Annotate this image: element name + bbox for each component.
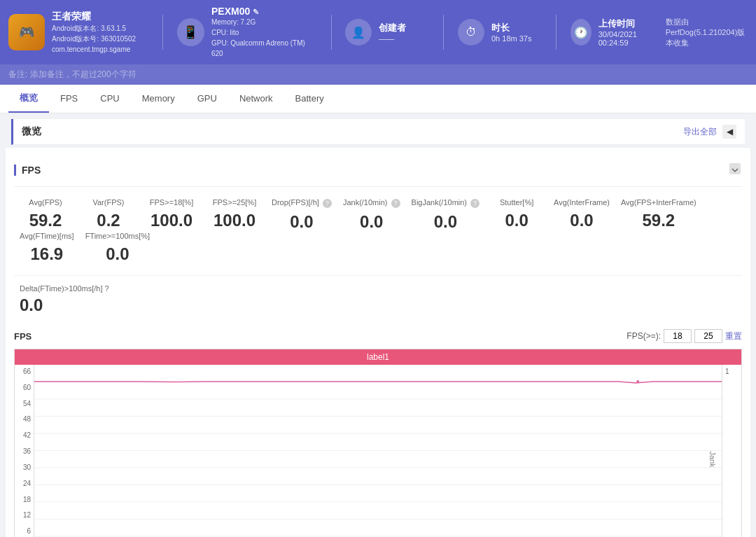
device-section: 📱 PEXM00 ✎ Memory: 7.2G CPU: lito GPU: Q… [177,6,317,59]
fps-title: FPS [14,165,41,176]
collapse-overview-icon[interactable]: ◀ [722,125,736,139]
main-content: 微览 导出全部 ◀ FPS Avg(FPS) 59.2 Var(FPS) 0.2… [0,119,756,537]
annotation-bar: 备注: 添加备注，不超过200个字符 [0,64,756,85]
metric-fps-gte18: FPS>=18[%] 100.0 [140,198,203,230]
upload-time-details: 上传时间 30/04/2021 00:24:59 [598,18,654,47]
metric-avg-ftime-label: Avg(FTime)[ms] [20,232,74,240]
divider-1 [162,15,163,50]
device-cpu: CPU: lito [211,27,317,38]
annotation-placeholder[interactable]: 添加备注，不超过200个字符 [30,69,136,79]
header: 🎮 王者荣耀 Android版本名: 3.63.1.5 Android版本号: … [0,0,756,64]
drop-fps-help-icon[interactable]: ? [323,199,332,208]
jank-help-icon[interactable]: ? [391,199,400,208]
metric-ftime-gte100-label: FTime>=100ms[%] [85,232,150,240]
metric-delta: Delta(FTime)>100ms[/h] ? 0.0 [14,284,742,315]
tab-memory[interactable]: Memory [131,86,186,112]
fps-y-axis-right: 1 0 [722,365,741,537]
fps-section: FPS Avg(FPS) 59.2 Var(FPS) 0.2 FPS>=18[%… [6,148,750,537]
metric-fps-gte25: FPS>=25[%] 100.0 [203,198,266,230]
metric-avg-fps-interframe-value: 59.2 [642,211,675,230]
metric-drop-fps-label: Drop(FPS)[/h] ? [272,198,332,208]
fps-threshold-1-input[interactable] [664,329,692,343]
metric-var-fps: Var(FPS) 0.2 [77,198,140,230]
fps-reset-button[interactable]: 重置 [725,330,742,342]
metric-drop-fps: Drop(FPS)[/h] ? 0.0 [266,198,337,232]
metric-stutter-value: 0.0 [505,211,528,230]
metric-fps-gte18-label: FPS>=18[%] [150,198,193,207]
app-name: 王者荣耀 [52,11,136,23]
metric-avg-fps-interframe: Avg(FPS+InterFrame) 59.2 [615,198,702,230]
fps-metrics-row: Avg(FPS) 59.2 Var(FPS) 0.2 FPS>=18[%] 10… [14,187,742,276]
fps-controls: FPS(>=): 重置 [626,329,742,343]
delta-help-icon[interactable]: ? [105,284,109,293]
data-source: 数据由PerfDog(5.1.210204)版本收集 [666,17,748,48]
upload-time-icon: 🕐 [570,19,592,46]
metric-jank-value: 0.0 [360,212,383,232]
tab-battery[interactable]: Battery [284,86,335,112]
app-android-version-code: Android版本号: 363010502 [52,34,136,44]
duration-details: 时长 0h 18m 37s [491,22,531,43]
duration-value: 0h 18m 37s [491,34,531,43]
fps-chart-body: Jank [34,365,722,537]
fps-chart-svg [34,365,722,537]
metric-avg-fps-label: Avg(FPS) [29,198,62,207]
metric-bigjank-label: BigJank(/10min) ? [412,198,480,208]
metric-stutter-label: Stutter[%] [500,198,533,207]
metric-avg-fps: Avg(FPS) 59.2 [14,198,77,230]
metric-fps-gte25-label: FPS>=25[%] [213,198,256,207]
upload-time-section: 🕐 上传时间 30/04/2021 00:24:59 [570,18,654,47]
fps-y-axis-left: 66 60 54 48 42 36 30 24 18 12 6 0 [15,365,34,537]
device-icon: 📱 [177,18,204,46]
device-name: PEXM00 ✎ [211,6,317,17]
metric-var-fps-value: 0.2 [97,211,120,230]
device-gpu: GPU: Qualcomm Adreno (TM) 620 [211,38,317,59]
fps-delta-row: Delta(FTime)>100ms[/h] ? 0.0 [14,276,742,318]
duration-icon: ⏱ [458,19,484,46]
fps-chart-header: FPS FPS(>=): 重置 [14,323,742,349]
tab-fps[interactable]: FPS [49,86,89,112]
export-button[interactable]: 导出全部 [683,126,717,138]
duration-section: ⏱ 时长 0h 18m 37s [458,19,542,46]
creator-section: 👤 创建者 —— [345,19,429,46]
metric-bigjank-value: 0.0 [434,212,457,232]
metric-ftime-gte100: FTime>=100ms[%] 0.0 [80,232,156,264]
metric-jank-label: Jank(/10min) ? [343,198,400,208]
tab-gpu[interactable]: GPU [186,86,228,112]
svg-rect-0 [729,163,741,174]
metric-bigjank: BigJank(/10min) ? 0.0 [406,198,486,232]
metric-avg-fps-interframe-label: Avg(FPS+InterFrame) [621,198,696,207]
metric-stutter: Stutter[%] 0.0 [485,198,548,230]
fps-gte-label: FPS(>=): [626,331,661,341]
fps-section-header: FPS [14,156,742,187]
metric-var-fps-label: Var(FPS) [92,198,124,207]
tab-cpu[interactable]: CPU [89,86,130,112]
metric-ftime-gte100-value: 0.0 [106,244,129,264]
fps-chart-container: label1 66 60 54 48 42 36 30 24 18 12 [14,349,742,537]
tab-network[interactable]: Network [228,86,284,112]
metric-fps-gte25-value: 100.0 [214,211,255,230]
bigjank-help-icon[interactable]: ? [470,199,479,208]
metric-drop-fps-value: 0.0 [290,212,313,232]
fps-chart-legend-bar: label1 [15,349,741,365]
metric-avg-interframe-label: Avg(InterFrame) [554,198,610,207]
svg-point-13 [636,380,639,383]
divider-3 [443,15,444,50]
metric-avg-fps-value: 59.2 [29,211,62,230]
tab-overview[interactable]: 概览 [8,85,49,113]
metric-delta-value: 0.0 [20,295,43,315]
metric-delta-label: Delta(FTime)>100ms[/h] ? [20,284,109,293]
fps-collapse-button[interactable] [728,162,742,178]
app-android-version-name: Android版本名: 3.63.1.5 [52,23,136,34]
metric-avg-interframe-value: 0.0 [570,211,593,230]
jank-axis-label: Jank [708,451,716,467]
device-memory: Memory: 7.2G [211,17,317,27]
divider-2 [331,15,332,50]
creator-details: 创建者 —— [379,22,406,43]
app-package: com.tencent.tmgp.sgame [52,44,136,55]
fps-chart-inner: 66 60 54 48 42 36 30 24 18 12 6 0 [15,365,741,537]
upload-time-label: 上传时间 [598,18,654,30]
nav-tabs: 概览 FPS CPU Memory GPU Network Battery [0,85,756,113]
metric-avg-interframe: Avg(InterFrame) 0.0 [548,198,615,230]
fps-chart-label: FPS [14,331,31,342]
fps-threshold-2-input[interactable] [694,329,722,343]
